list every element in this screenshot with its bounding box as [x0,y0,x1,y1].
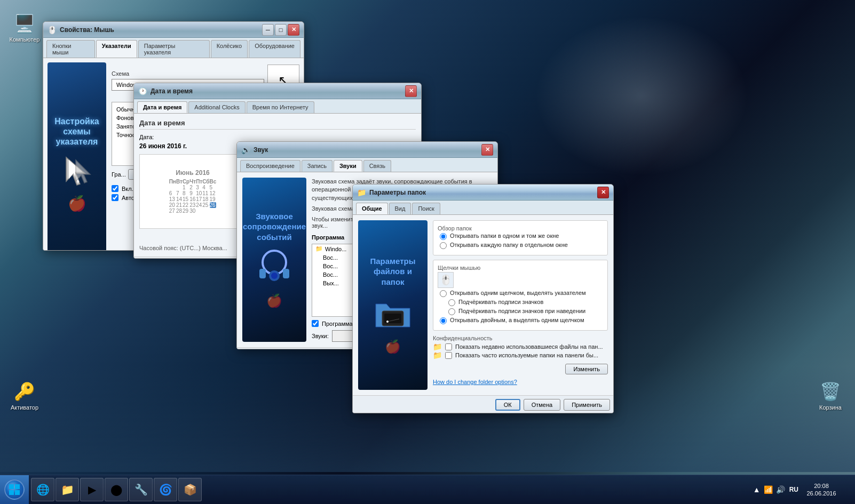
privacy-recent-chk[interactable] [445,343,452,350]
restore-defaults-btn[interactable]: Изменить [565,364,608,374]
radio-same-window-label: Открывать папки в одном и том же окне [450,233,559,239]
mouse-icon: 🖱️ [48,26,57,34]
sound-tabs: Воспроизведение Запись Звуки Связь [237,158,497,172]
folder-ok-btn[interactable]: ОК [495,399,520,411]
chk-shadow-input[interactable] [112,185,118,192]
calendar-widget[interactable]: Июнь 2016 ПнВтСрЧтПтСбВс 12345 678910111… [139,154,246,229]
mouse-props-close[interactable]: ✕ [288,24,299,36]
radio-single-click[interactable] [440,290,447,297]
tab-general[interactable]: Общие [356,203,388,214]
tab-additional-clocks[interactable]: Additional Clocks [188,101,245,113]
tab-datetime[interactable]: Дата и время [137,101,187,113]
radio-new-window[interactable] [440,242,447,249]
privacy-section: Конфиденциальность 📁 Показать недавно ис… [433,335,608,359]
tab-sounds[interactable]: Звуки [334,160,362,172]
privacy-folder-icon2: 📁 [433,351,442,359]
folder-illustration [371,292,414,335]
mouse-props-titlebar[interactable]: 🖱️ Свойства: Мышь ─ □ ✕ [43,22,304,38]
taskbar-ie[interactable]: 🌐 [31,478,54,501]
sound-checkbox[interactable] [312,320,319,327]
recycle-bin-icon[interactable]: 🗑️ Корзина [811,379,850,413]
datetime-titlebar[interactable]: 🕐 Дата и время ✕ [134,83,421,99]
svg-rect-13 [283,269,289,278]
radio-same-window[interactable] [440,233,447,240]
radio-underline-always-row: Подчёркивать подписи значков [438,299,603,306]
taskbar-media[interactable]: ▶ [80,478,104,501]
chk-auto-input[interactable] [112,194,118,201]
radio-underline-hover[interactable] [448,308,455,315]
folder-cancel-btn[interactable]: Отмена [524,399,560,411]
radio-underline-always[interactable] [448,299,455,306]
cursor-illustration [61,152,93,189]
taskbar-explorer[interactable]: 📁 [56,478,79,501]
svg-rect-23 [15,490,20,495]
sound-close[interactable]: ✕ [481,144,493,156]
radio-same-window-row: Открывать папки в одном и том же окне [438,233,603,240]
apple-logo-sound: 🍎 [266,293,282,308]
mouse-props-maximize[interactable]: □ [275,24,287,36]
tab-playback[interactable]: Воспроизведение [240,160,300,172]
privacy-section-label: Конфиденциальность [433,335,608,341]
privacy-folder-icon: 📁 [433,342,442,351]
radio-new-window-row: Открывать каждую папку в отдельном окне [438,242,603,249]
tab-communication[interactable]: Связь [363,160,391,172]
sound-title: Звук [254,146,481,154]
scheme-label: Схема [112,70,264,77]
sound-sidebar: Звуковое сопровождение событий 🍎 [242,178,306,342]
start-button[interactable] [0,475,29,505]
folder-sidebar-text: Параметры файлов и папок [363,256,422,287]
tab-mouse-pointers[interactable]: Указатели [96,40,137,58]
apple-logo: 🍎 [68,195,86,212]
tab-wheel[interactable]: Колёсико [211,40,248,58]
folder-opts-titlebar[interactable]: 📁 Параметры папок ✕ [353,185,613,201]
folder-sidebar: Параметры файлов и папок 🍎 [358,220,428,390]
click-preview-box: 🖱️ [438,272,454,288]
privacy-frequent-label: Показать часто используемые папки на пан… [455,352,598,358]
svg-rect-21 [15,484,20,489]
folder-opts-close[interactable]: ✕ [597,187,609,198]
tray-network-icon[interactable]: 📶 [764,485,773,494]
taskbar-chrome[interactable]: ⬤ [105,478,128,501]
computer-icon[interactable]: 🖥️ Компьютер [5,11,44,45]
folder-opts-tabs: Общие Вид Поиск [353,201,613,215]
tray-volume-icon[interactable]: 🔊 [776,485,785,494]
svg-rect-12 [259,269,266,278]
mouse-props-minimize[interactable]: ─ [262,24,274,36]
radio-double-click-label: Открывать двойным, а выделять одним щелч… [450,317,584,323]
tab-internet-time[interactable]: Время по Интернету [247,101,314,113]
tab-mouse-buttons[interactable]: Кнопки мыши [46,40,95,58]
pointer-sidebar-content: Настройка схемы указателя 🍎 [48,62,106,251]
folder-opts-footer: ОК Отмена Применить [353,395,613,413]
radio-double-click-row: Открывать двойным, а выделять одним щелч… [438,317,603,324]
datetime-icon: 🕐 [138,87,147,95]
privacy-recent-label: Показать недавно использовавшиеся файлы … [455,343,603,350]
tray-icon-1[interactable]: ▲ [753,485,761,494]
taskbar-tray: ▲ 📶 🔊 RU 20:08 26.06.2016 [748,482,855,498]
datetime-close[interactable]: ✕ [405,85,417,97]
datetime-section-label: Дата и время [139,119,416,130]
tab-recording[interactable]: Запись [302,160,332,172]
datetime-title: Дата и время [151,87,405,95]
activator-icon[interactable]: 🔑 Активатор [5,379,44,413]
clock-date: 26.06.2016 [803,490,840,497]
sound-titlebar[interactable]: 🔊 Звук ✕ [237,142,497,158]
taskbar-clock[interactable]: 20:08 26.06.2016 [803,482,840,498]
tab-pointer-options[interactable]: Параметры указателя [138,40,210,58]
radio-underline-always-label: Подчёркивать подписи значков [458,299,543,305]
sounds-label: Звуки: [312,333,329,339]
tab-view[interactable]: Вид [389,203,411,214]
radio-double-click[interactable] [440,317,447,324]
privacy-frequent-chk[interactable] [445,352,452,359]
tab-hardware[interactable]: Оборудование [249,40,300,58]
lang-indicator[interactable]: RU [789,486,798,493]
taskbar-app5[interactable]: 🔧 [129,478,153,501]
how-link[interactable]: How do I change folder options? [433,379,608,385]
taskbar-app6[interactable]: 🌀 [154,478,177,501]
taskbar-app7[interactable]: 📦 [178,478,202,501]
folder-main: Обзор папок Открывать папки в одном и то… [433,220,608,390]
browse-section: Обзор папок Открывать папки в одном и то… [433,220,608,255]
tab-search[interactable]: Поиск [412,203,440,214]
radio-new-window-label: Открывать каждую папку в отдельном окне [450,242,568,248]
radio-underline-hover-row: Подчёркивать подписи значков при наведен… [438,308,603,315]
folder-apply-btn[interactable]: Применить [564,399,610,411]
